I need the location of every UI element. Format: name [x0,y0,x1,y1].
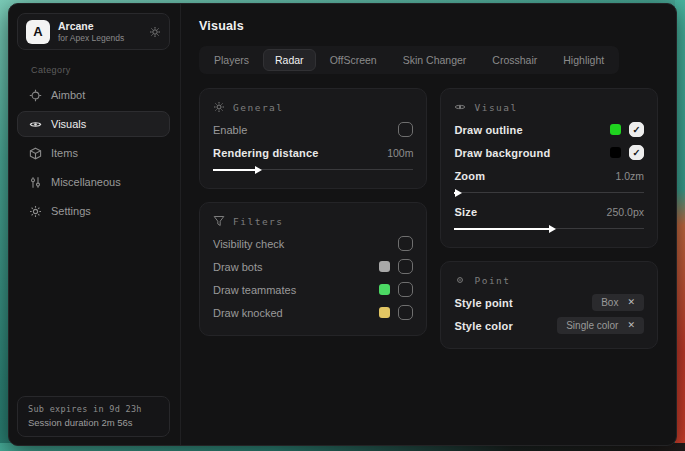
draw-teammates-label: Draw teammates [213,284,379,296]
sidebar-item-visuals[interactable]: Visuals [17,111,170,137]
zoom-label: Zoom [454,170,615,182]
rendering-distance-slider[interactable] [213,165,413,174]
draw-teammates-checkbox[interactable] [398,282,413,297]
right-column: Visual Draw outline ✓ Draw background ✓ … [440,88,658,349]
draw-knocked-color-swatch[interactable] [379,307,390,318]
eye-icon [454,101,466,113]
draw-bots-row: Draw bots [213,255,413,278]
sidebar-item-miscellaneous[interactable]: Miscellaneous [17,169,170,195]
draw-knocked-row: Draw knocked [213,301,413,324]
draw-teammates-color-swatch[interactable] [379,284,390,295]
app-subtitle: for Apex Legends [58,33,141,44]
enable-checkbox[interactable] [398,122,413,137]
draw-outline-checkbox[interactable]: ✓ [629,122,644,137]
draw-background-row: Draw background ✓ [454,141,644,164]
zoom-slider[interactable] [454,188,644,197]
gear-icon[interactable] [149,26,161,38]
tab-offscreen[interactable]: OffScreen [318,49,389,71]
slider-thumb[interactable] [213,169,255,171]
crosshair-icon [29,89,42,102]
enable-label: Enable [213,124,398,136]
panel-title: Filters [233,216,284,227]
draw-knocked-checkbox[interactable] [398,305,413,320]
style-color-row: Style color Single color ✕ [454,314,644,337]
visual-panel-header: Visual [454,101,644,113]
rendering-distance-label: Rendering distance [213,147,387,159]
style-point-row: Style point Box ✕ [454,291,644,314]
tag-label: Single color [566,320,618,331]
panel-title: General [233,102,284,113]
rendering-distance-value: 100m [387,147,413,159]
draw-outline-color-swatch[interactable] [610,124,621,135]
brand-text: Arcane for Apex Legends [58,20,141,44]
tab-highlight[interactable]: Highlight [551,49,616,71]
sidebar-item-label: Miscellaneous [51,176,121,188]
app-window: A Arcane for Apex Legends Category [8,3,677,446]
general-panel-header: General [213,101,413,113]
close-icon[interactable]: ✕ [627,298,635,307]
size-slider[interactable] [454,224,644,233]
brand-card: A Arcane for Apex Legends [17,13,170,50]
subscription-info-card: Sub expires in 9d 23h Session duration 2… [17,396,170,437]
visual-panel: Visual Draw outline ✓ Draw background ✓ … [440,88,658,248]
tag-label: Box [601,297,618,308]
draw-knocked-label: Draw knocked [213,307,379,319]
left-column: General Enable Rendering distance 100m [199,88,427,336]
sidebar-item-items[interactable]: Items [17,140,170,166]
page-title: Visuals [199,19,658,33]
tab-bar: Players Radar OffScreen Skin Changer Cro… [199,46,619,74]
style-point-tag[interactable]: Box ✕ [592,294,644,311]
draw-background-checkbox[interactable]: ✓ [629,145,644,160]
tab-crosshair[interactable]: Crosshair [480,49,549,71]
main-content: Visuals Players Radar OffScreen Skin Cha… [181,4,676,445]
draw-bots-label: Draw bots [213,261,379,273]
point-panel-header: Point [454,274,644,286]
category-label: Category [31,65,170,75]
size-label: Size [454,206,606,218]
general-panel: General Enable Rendering distance 100m [199,88,427,189]
filters-panel-header: Filters [213,215,413,227]
enable-row: Enable [213,118,413,141]
app-name: Arcane [58,20,141,33]
panel-title: Point [474,275,510,286]
gear-icon [29,205,42,218]
style-color-tag[interactable]: Single color ✕ [557,317,644,334]
sidebar-item-label: Aimbot [51,89,85,101]
app-logo: A [26,20,50,44]
sidebar-item-label: Settings [51,205,91,217]
dot-icon [454,274,466,286]
gear-icon [213,101,225,113]
tab-players[interactable]: Players [202,49,261,71]
draw-bots-checkbox[interactable] [398,259,413,274]
filters-panel: Filters Visibility check Draw bots Draw … [199,202,427,336]
sidebar-item-settings[interactable]: Settings [17,198,170,224]
sliders-icon [29,176,42,189]
tab-radar[interactable]: Radar [263,49,316,71]
box-icon [29,147,42,160]
slider-thumb[interactable] [454,192,455,194]
funnel-icon [213,215,225,227]
tab-skin-changer[interactable]: Skin Changer [391,49,479,71]
panels-grid: General Enable Rendering distance 100m [199,88,658,349]
draw-background-label: Draw background [454,147,610,159]
sub-expires-text: Sub expires in 9d 23h [28,404,159,414]
draw-bots-color-swatch[interactable] [379,261,390,272]
visibility-check-checkbox[interactable] [398,236,413,251]
session-duration-text: Session duration 2m 56s [28,417,159,428]
visibility-check-row: Visibility check [213,232,413,255]
sidebar: A Arcane for Apex Legends Category [9,4,181,445]
draw-background-color-swatch[interactable] [610,147,621,158]
sidebar-item-label: Items [51,147,78,159]
panel-title: Visual [474,102,517,113]
size-value: 250.0px [607,206,644,218]
sidebar-nav: Aimbot Visuals Items [17,82,170,224]
visibility-check-label: Visibility check [213,238,398,250]
sidebar-item-aimbot[interactable]: Aimbot [17,82,170,108]
zoom-row: Zoom 1.0zm [454,164,644,187]
style-color-label: Style color [454,320,557,332]
zoom-value: 1.0zm [615,170,644,182]
slider-thumb[interactable] [454,228,549,230]
close-icon[interactable]: ✕ [627,321,635,330]
draw-outline-label: Draw outline [454,124,610,136]
slider-track [454,192,644,193]
